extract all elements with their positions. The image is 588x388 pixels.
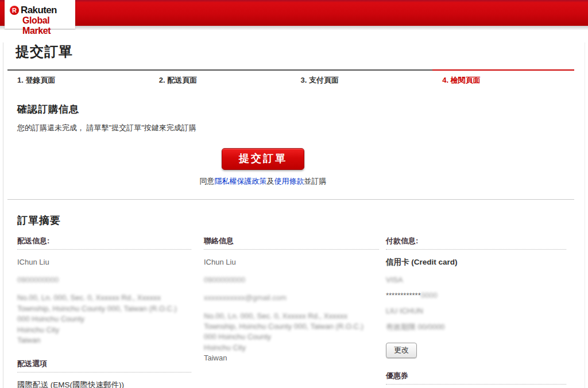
confirm-section-heading: 確認訂購信息 [17, 103, 574, 116]
contact-phone-redacted: 0900000000 [204, 275, 379, 285]
privacy-policy-link[interactable]: 隱私權保護政策 [215, 177, 267, 185]
shipping-address-redacted: No.00, Ln. 000, Sec. 0, Xxxxxx Rd., Xxxx… [17, 293, 191, 346]
shipping-address-line1: No.00, Ln. 000, Sec. 0, Xxxxxx Rd., Xxxx… [17, 293, 191, 314]
payment-method: 信用卡 (Credit card) [386, 257, 566, 267]
shipping-option-section: 配送選項 國際配送 (EMS(國際快速郵件)) 更改 [17, 359, 191, 388]
contact-country: Taiwan [204, 353, 379, 363]
shipping-info-column: 配送信息: IChun Liu 0900000000 No.00, Ln. 00… [17, 236, 204, 388]
change-payment-button[interactable]: 更改 [386, 343, 417, 358]
card-expiry-redacted: 有效期限 00/0000 [386, 322, 566, 332]
agree-suffix-text: 並訂購 [304, 177, 327, 185]
shipping-name: IChun Liu [17, 257, 191, 267]
confirm-note-text: 您的訂購還未完成， 請單擊"提交訂單"按鍵來完成訂購 [17, 123, 574, 133]
step-1-label: 1. 登錄頁面 [17, 76, 55, 84]
step-2-label: 2. 配送頁面 [159, 76, 197, 84]
shipping-info-title: 配送信息: [17, 236, 191, 250]
order-summary-heading: 訂單摘要 [17, 214, 574, 227]
payment-info-column: 付款信息: 信用卡 (Credit card) VISA ***********… [386, 236, 574, 388]
contact-info-title: 聯絡信息 [204, 236, 379, 250]
card-number-tail-redacted: 0000 [421, 291, 438, 300]
contact-address-line1: No.00, Ln. 000, Sec. 0, Xxxxxx Rd., Xxxx… [204, 311, 379, 332]
coupon-section: 優惠券 暫時沒有 更改 [386, 371, 566, 388]
page-title: 提交訂單 [16, 42, 574, 61]
card-holder-redacted: LIU ICHUN [386, 306, 566, 315]
shipping-phone-redacted: 0900000000 [17, 275, 191, 285]
brand-name-bottom: Global Market [22, 15, 75, 36]
shipping-address-line2: 000 Hsinchu County [17, 314, 191, 324]
coupon-title: 優惠券 [386, 371, 566, 385]
step-2-shipping: 2. 配送頁面 [149, 69, 291, 86]
agree-and-text: 及 [267, 177, 274, 185]
shipping-address-line4: Taiwan [17, 335, 191, 346]
checkout-step-bar: 1. 登錄頁面 2. 配送頁面 3. 支付頁面 4. 檢閱頁面 [7, 69, 574, 86]
section-divider [7, 199, 574, 200]
terms-link[interactable]: 使用條款 [274, 177, 304, 185]
step-3-label: 3. 支付頁面 [301, 76, 339, 84]
contact-address-line2: 000 Hsinchu County [204, 332, 379, 342]
agree-prefix-text: 同意 [200, 177, 215, 185]
page-body: 提交訂單 1. 登錄頁面 2. 配送頁面 3. 支付頁面 4. 檢閱頁面 確認訂… [3, 42, 585, 388]
card-number-line: ************0000 [386, 291, 566, 300]
contact-address-line3: Hsinchu City [204, 343, 379, 353]
agreement-line: 同意隱私權保護政策及使用條款並訂購 [7, 176, 519, 187]
confirm-action-area: 提交訂單 同意隱私權保護政策及使用條款並訂購 [7, 148, 519, 187]
contact-name: IChun Liu [204, 257, 379, 267]
shipping-option-value: 國際配送 (EMS(國際快速郵件)) [17, 380, 191, 388]
rakuten-r-icon: R [10, 6, 19, 15]
card-brand-redacted: VISA [386, 276, 566, 284]
card-number-mask: ************ [386, 291, 421, 300]
contact-info-column: 聯絡信息 IChun Liu 0900000000 xxxxxxxxxxx@gm… [204, 236, 386, 388]
submit-order-button[interactable]: 提交訂單 [222, 148, 304, 170]
header-shadow-strip [0, 26, 588, 30]
shipping-option-title: 配送選項 [17, 359, 191, 373]
step-4-review: 4. 檢閱頁面 [432, 69, 574, 86]
rakuten-logo[interactable]: R Rakuten Global Market [5, 0, 75, 29]
contact-address-redacted: No.00, Ln. 000, Sec. 0, Xxxxxx Rd., Xxxx… [204, 311, 379, 364]
header-bar: R Rakuten Global Market [0, 0, 588, 26]
payment-info-title: 付款信息: [386, 236, 566, 250]
step-3-payment: 3. 支付頁面 [291, 69, 433, 86]
step-1-login: 1. 登錄頁面 [7, 69, 149, 86]
order-summary-grid: 配送信息: IChun Liu 0900000000 No.00, Ln. 00… [7, 236, 574, 388]
step-4-label: 4. 檢閱頁面 [442, 76, 480, 84]
brand-name-top: Rakuten [21, 5, 57, 16]
shipping-address-line3: Hsinchu City [17, 325, 191, 335]
contact-email-redacted: xxxxxxxxxxx@gmail.com [204, 293, 379, 303]
